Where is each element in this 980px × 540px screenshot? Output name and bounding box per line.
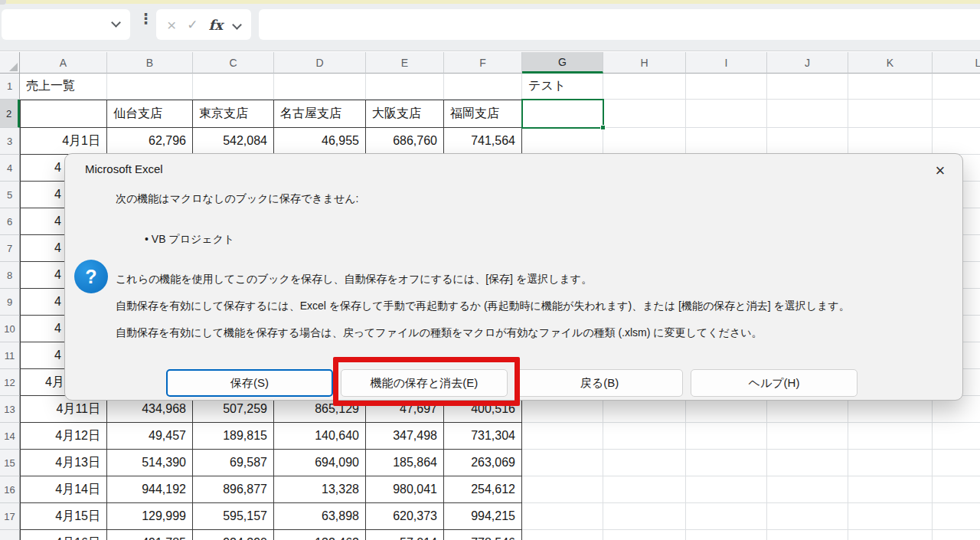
cell-G14[interactable] [522,423,603,450]
cell-E3[interactable]: 686,760 [366,128,444,155]
cell-K1[interactable] [848,74,933,100]
cell-G18[interactable] [522,530,603,540]
cell-C14[interactable]: 189,815 [193,423,274,450]
cell-F1[interactable] [444,74,522,100]
cell-K16[interactable] [848,476,933,503]
cell-C15[interactable]: 69,587 [193,450,274,476]
column-header-E[interactable]: E [366,52,444,74]
cell-K14[interactable] [848,423,933,450]
cell-H14[interactable] [603,423,686,450]
column-header-L[interactable]: L [933,52,980,74]
row-header-13[interactable]: 13 [0,396,20,423]
cell-J14[interactable] [767,423,848,450]
cell-F17[interactable]: 994,215 [444,503,522,530]
column-header-C[interactable]: C [193,52,274,74]
cell-L16[interactable] [933,476,980,503]
cell-F16[interactable]: 254,612 [444,476,522,503]
cell-H16[interactable] [603,476,686,503]
cell-H17[interactable] [603,503,686,530]
fill-handle[interactable] [600,125,606,130]
row-header-7[interactable]: 7 [0,235,20,262]
cell-I16[interactable] [686,476,767,503]
cell-E15[interactable]: 185,864 [366,450,444,476]
row-header-14[interactable]: 14 [0,423,20,450]
cell-K2[interactable] [848,100,933,128]
row-header-12[interactable]: 12 [0,369,20,396]
cell-C1[interactable] [193,74,274,100]
drag-handle-dots-icon[interactable]: ⋮ [139,10,153,28]
cell-K15[interactable] [848,450,933,476]
enter-icon[interactable]: ✓ [187,18,198,31]
row-header-6[interactable]: 6 [0,208,20,235]
cell-B16[interactable]: 944,192 [107,476,193,503]
column-header-D[interactable]: D [274,52,366,74]
cell-I18[interactable] [686,530,767,540]
cell-L17[interactable] [933,503,980,530]
cell-D16[interactable]: 13,328 [274,476,366,503]
cell-C17[interactable]: 595,157 [193,503,274,530]
cell-K3[interactable] [848,128,933,155]
cell-H15[interactable] [603,450,686,476]
save-button[interactable]: 保存(S) [166,369,333,397]
row-header-18[interactable]: 18 [0,530,20,540]
cell-I1[interactable] [686,74,767,100]
cell-C18[interactable]: 924,390 [193,530,274,540]
cell-H18[interactable] [603,530,686,540]
cell-J16[interactable] [767,476,848,503]
cell-H3[interactable] [603,128,686,155]
cell-E16[interactable]: 980,041 [366,476,444,503]
cell-D15[interactable]: 694,090 [274,450,366,476]
cell-K17[interactable] [848,503,933,530]
cell-J3[interactable] [767,128,848,155]
column-header-A[interactable]: A [20,52,107,74]
column-header-F[interactable]: F [444,52,522,74]
cell-L18[interactable] [933,530,980,540]
cell-C2[interactable]: 東京支店 [193,100,274,128]
cell-I17[interactable] [686,503,767,530]
cell-E1[interactable] [366,74,444,100]
cell-G1[interactable]: テスト [522,74,603,100]
cell-B1[interactable] [107,74,193,100]
cell-L3[interactable] [933,128,980,155]
cell-A16[interactable]: 4月14日 [20,476,107,503]
cell-F2[interactable]: 福岡支店 [444,100,522,128]
row-header-9[interactable]: 9 [0,289,20,316]
row-header-11[interactable]: 11 [0,342,20,369]
cell-F15[interactable]: 263,069 [444,450,522,476]
cell-B2[interactable]: 仙台支店 [107,100,193,128]
insert-function-icon[interactable]: fx [209,17,223,33]
cell-L1[interactable] [933,74,980,100]
cell-F14[interactable]: 731,304 [444,423,522,450]
name-box[interactable] [2,9,130,40]
cell-I2[interactable] [686,100,767,128]
cell-E17[interactable]: 620,373 [366,503,444,530]
cell-I3[interactable] [686,128,767,155]
column-header-J[interactable]: J [767,52,848,74]
cell-D17[interactable]: 63,898 [274,503,366,530]
cell-A17[interactable]: 4月15日 [20,503,107,530]
cell-L14[interactable] [933,423,980,450]
cell-G17[interactable] [522,503,603,530]
help-button[interactable]: ヘルプ(H) [691,369,858,397]
selected-cell-outline-G2[interactable] [521,99,604,129]
back-button[interactable]: 戻る(B) [516,369,683,397]
cell-A15[interactable]: 4月13日 [20,450,107,476]
cell-C16[interactable]: 896,877 [193,476,274,503]
cell-J17[interactable] [767,503,848,530]
cell-J2[interactable] [767,100,848,128]
cell-B3[interactable]: 62,796 [107,128,193,155]
close-icon[interactable]: × [927,159,953,183]
cell-D2[interactable]: 名古屋支店 [274,100,366,128]
chevron-down-icon[interactable] [232,20,242,30]
cell-H2[interactable] [603,100,686,128]
cell-A18[interactable]: 4月16日 [20,530,107,540]
cell-J18[interactable] [767,530,848,540]
cell-F3[interactable]: 741,564 [444,128,522,155]
cell-E14[interactable]: 347,498 [366,423,444,450]
cell-K18[interactable] [848,530,933,540]
cell-J1[interactable] [767,74,848,100]
row-header-10[interactable]: 10 [0,316,20,342]
row-header-3[interactable]: 3 [0,128,20,155]
cell-B18[interactable]: 491,785 [107,530,193,540]
row-header-15[interactable]: 15 [0,450,20,476]
